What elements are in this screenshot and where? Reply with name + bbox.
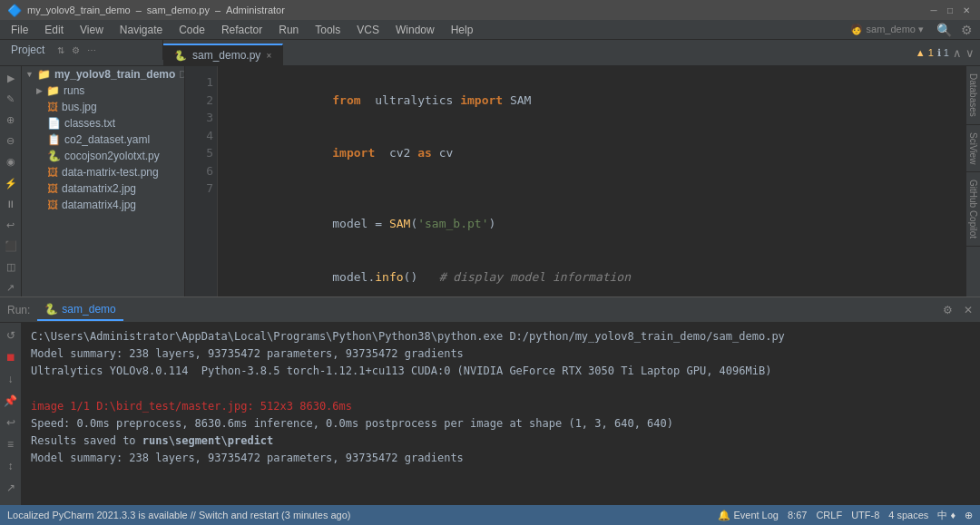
tree-datamatrix2-label: datamatrix2.jpg bbox=[62, 182, 136, 195]
menu-window[interactable]: Window bbox=[388, 22, 442, 38]
menu-view[interactable]: View bbox=[73, 22, 111, 38]
status-position: 8:67 bbox=[788, 510, 807, 520]
tree-datamatrix4[interactable]: 🖼 datamatrix4.jpg bbox=[22, 197, 184, 213]
run-output: C:\Users\Administrator\AppData\Local\Pro… bbox=[22, 323, 980, 522]
menu-tools[interactable]: Tools bbox=[308, 22, 348, 38]
left-icon-4[interactable]: ⊖ bbox=[2, 132, 20, 150]
minimize-button[interactable]: ─ bbox=[927, 4, 940, 16]
tree-cocojson-py[interactable]: 🐍 cocojson2yolotxt.py bbox=[22, 148, 184, 164]
status-encoding[interactable]: UTF-8 bbox=[851, 510, 879, 520]
run-tool-pin[interactable]: 📌 bbox=[2, 392, 20, 410]
tree-co2-label: co2_dataset.yaml bbox=[64, 133, 150, 146]
run-tool-step[interactable]: ↓ bbox=[2, 370, 20, 388]
project-panel-header: Project ⇅ ⚙ ⋯ bbox=[0, 40, 163, 60]
var-model-info: model bbox=[332, 270, 368, 284]
left-icon-6[interactable]: ⚡ bbox=[2, 174, 20, 191]
left-icon-9[interactable]: ⬛ bbox=[2, 238, 20, 255]
run-output-path: C:\Users\Administrator\AppData\Local\Pro… bbox=[31, 328, 971, 345]
cls-sam: SAM bbox=[510, 93, 531, 107]
editor-down-icon[interactable]: ∨ bbox=[965, 46, 975, 60]
app-icon: 🔷 bbox=[7, 4, 22, 17]
left-icon-1[interactable]: ▶ bbox=[2, 70, 20, 87]
right-tab-databases[interactable]: Databases bbox=[966, 66, 980, 125]
tree-datamatrix4-label: datamatrix4.jpg bbox=[62, 199, 136, 211]
tree-datamatrix-png-label: data-matrix-test.png bbox=[62, 166, 159, 179]
tree-co2-icon: 📋 bbox=[47, 133, 61, 146]
toolbar-search[interactable]: 🔍 bbox=[933, 23, 956, 37]
code-line-4: model = SAM('sam_b.pt') bbox=[261, 198, 681, 251]
run-close-icon[interactable]: ✕ bbox=[964, 304, 973, 316]
menu-run[interactable]: Run bbox=[271, 22, 306, 38]
maximize-button[interactable]: □ bbox=[944, 4, 956, 16]
menu-code[interactable]: Code bbox=[172, 22, 212, 38]
file-tab-sam-demo[interactable]: 🐍 sam_demo.py × bbox=[163, 44, 283, 65]
status-crlf[interactable]: CRLF bbox=[816, 510, 842, 520]
tree-datamatrix2[interactable]: 🖼 datamatrix2.jpg bbox=[22, 180, 184, 197]
menu-file[interactable]: File bbox=[4, 22, 35, 38]
run-tool-scroll[interactable]: ↕ bbox=[2, 457, 20, 475]
menu-refactor[interactable]: Refactor bbox=[214, 22, 270, 38]
right-tab-sqlview[interactable]: SciView bbox=[966, 125, 980, 172]
run-panel-body: ↺ ⏹ ↓ 📌 ↩ ≡ ↕ ↗ C:\Users\Administrator\A… bbox=[0, 323, 980, 522]
tree-root-arrow: ▼ bbox=[25, 70, 34, 79]
left-icon-7[interactable]: ⏸ bbox=[2, 196, 20, 213]
tree-root-icon: 📁 bbox=[37, 68, 51, 81]
tree-datamatrix-png-icon: 🖼 bbox=[47, 166, 58, 179]
tree-root-label: my_yolov8_train_demo bbox=[54, 68, 175, 81]
project-gear-icon[interactable]: ⚙ bbox=[70, 45, 82, 55]
project-panel-tab[interactable]: Project bbox=[4, 42, 52, 58]
tree-root[interactable]: ▼ 📁 my_yolov8_train_demo D:\python bbox=[22, 66, 184, 83]
left-icon-10[interactable]: ◫ bbox=[2, 258, 20, 276]
menu-help[interactable]: Help bbox=[444, 22, 481, 38]
tree-datamatrix4-icon: 🖼 bbox=[47, 199, 58, 211]
run-output-results: Results saved to runs\segment\predict bbox=[31, 433, 971, 450]
run-tool-external[interactable]: ↗ bbox=[2, 479, 20, 497]
run-tool-wrap[interactable]: ↩ bbox=[2, 413, 20, 432]
editor-up-icon[interactable]: ∧ bbox=[953, 46, 962, 60]
run-tool-filter[interactable]: ≡ bbox=[2, 435, 20, 453]
tree-co2-yaml[interactable]: 📋 co2_dataset.yaml bbox=[22, 131, 184, 148]
code-editor[interactable]: 1234567 from ultralytics import SAM impo… bbox=[185, 66, 965, 297]
event-log[interactable]: 🔔 Event Log bbox=[718, 510, 779, 521]
toolbar-settings[interactable]: ⚙ bbox=[957, 23, 976, 37]
status-spaces[interactable]: 4 spaces bbox=[888, 510, 928, 520]
tree-runs[interactable]: ▶ 📁 runs bbox=[22, 83, 184, 99]
status-network: ⊕ bbox=[965, 510, 973, 521]
menu-navigate[interactable]: Navigate bbox=[113, 22, 170, 38]
run-panel-header: Run: 🐍 sam_demo ⚙ ✕ bbox=[0, 297, 980, 323]
left-icon-2[interactable]: ✎ bbox=[2, 91, 20, 108]
status-left: Localized PyCharm 2021.3.3 is available … bbox=[7, 510, 350, 520]
run-output-ultralytics: Ultralytics YOLOv8.0.114 Python-3.8.5 to… bbox=[31, 363, 971, 380]
close-button[interactable]: ✕ bbox=[960, 4, 973, 16]
title-bar: 🔷 my_yolov8_train_demo – sam_demo.py – A… bbox=[0, 0, 980, 20]
account-info: 🧑 sam_demo ▾ bbox=[843, 24, 931, 35]
left-icon-5[interactable]: ◉ bbox=[2, 153, 20, 170]
left-icon-3[interactable]: ⊕ bbox=[2, 112, 20, 129]
fn-sam: SAM bbox=[389, 217, 410, 230]
tree-datamatrix-png[interactable]: 🖼 data-matrix-test.png bbox=[22, 164, 184, 180]
project-more-icon[interactable]: ⋯ bbox=[85, 45, 98, 55]
run-label: Run: bbox=[7, 304, 30, 316]
menu-vcs[interactable]: VCS bbox=[349, 22, 387, 38]
right-tab-github[interactable]: GitHub Copilot bbox=[966, 172, 980, 247]
menu-edit[interactable]: Edit bbox=[37, 22, 71, 38]
title-file: sam_demo.py bbox=[147, 5, 210, 15]
project-tree: ▼ 📁 my_yolov8_train_demo D:\python ▶ 📁 r… bbox=[22, 66, 185, 297]
run-tab-sam-demo[interactable]: 🐍 sam_demo bbox=[37, 299, 122, 321]
tree-classes-txt[interactable]: 📄 classes.txt bbox=[22, 115, 184, 131]
run-tool-stop[interactable]: ⏹ bbox=[2, 348, 20, 366]
left-icon-11[interactable]: ↗ bbox=[2, 279, 20, 297]
tree-bus-label: bus.jpg bbox=[62, 101, 97, 113]
run-tool-restart[interactable]: ↺ bbox=[2, 326, 20, 345]
tree-bus-jpg[interactable]: 🖼 bus.jpg bbox=[22, 99, 184, 115]
run-settings-icon[interactable]: ⚙ bbox=[943, 304, 953, 316]
file-tab-close[interactable]: × bbox=[266, 51, 271, 61]
run-output-speed: Speed: 0.0ms preprocess, 8630.6ms infere… bbox=[31, 415, 971, 433]
left-icon-8[interactable]: ↩ bbox=[2, 217, 20, 234]
run-output-blank bbox=[31, 381, 971, 398]
code-line-1: from ultralytics import SAM bbox=[261, 73, 681, 127]
window-controls: ─ □ ✕ bbox=[927, 4, 973, 16]
code-content[interactable]: from ultralytics import SAM import cv2 a… bbox=[250, 66, 691, 297]
file-tab-icon: 🐍 bbox=[174, 50, 187, 62]
project-sort-icon[interactable]: ⇅ bbox=[55, 45, 66, 55]
